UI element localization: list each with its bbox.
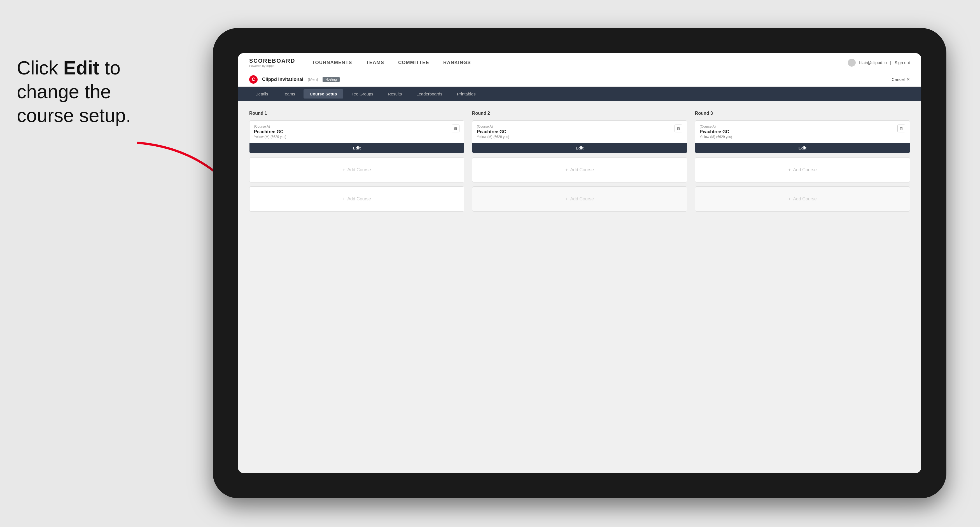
course-name: Peachtree GC	[254, 129, 452, 134]
add-course-icon-1: +	[342, 167, 345, 172]
round-2-label: Round 2	[472, 111, 687, 116]
round-1-label: Round 1	[249, 111, 464, 116]
tablet-screen: SCOREBOARD Powered by clippd TOURNAMENTS…	[238, 53, 921, 473]
round-2-column: Round 2 (Course A) Peachtree GC Yellow (…	[472, 111, 687, 216]
logo-sub: Powered by clippd	[249, 64, 295, 67]
tab-tee-groups[interactable]: Tee Groups	[345, 89, 380, 98]
round-3-add-label-1: Add Course	[793, 167, 817, 172]
scoreboard-logo: SCOREBOARD Powered by clippd	[249, 58, 295, 67]
round-2-course-card: (Course A) Peachtree GC Yellow (M) (6629…	[472, 121, 687, 153]
nav-item-committee[interactable]: COMMITTEE	[398, 60, 429, 65]
round-3-course-info: (Course A) Peachtree GC Yellow (M) (6629…	[700, 125, 897, 139]
round-2-delete-button[interactable]: 🗑	[675, 125, 682, 132]
sub-header: C Clippd Invitational (Men) Hosting Canc…	[238, 72, 921, 87]
top-nav: SCOREBOARD Powered by clippd TOURNAMENTS…	[238, 53, 921, 72]
avatar	[848, 59, 856, 67]
logo-title: SCOREBOARD	[249, 58, 295, 64]
main-content: Round 1 (Course A) Peachtree GC Yellow (…	[238, 101, 921, 473]
round-3-add-icon-2: +	[788, 197, 791, 202]
user-email: blair@clippd.io	[859, 60, 887, 65]
round-3-course-details: Yellow (M) (6629 yds)	[700, 135, 897, 139]
sign-out-link[interactable]: Sign out	[895, 60, 910, 65]
course-details: Yellow (M) (6629 yds)	[254, 135, 452, 139]
cancel-button[interactable]: Cancel ✕	[891, 77, 910, 82]
tab-leaderboards[interactable]: Leaderboards	[410, 89, 449, 98]
round-3-course-card-header: (Course A) Peachtree GC Yellow (M) (6629…	[695, 121, 910, 143]
round-2-add-label-2: Add Course	[570, 197, 594, 202]
tab-details[interactable]: Details	[249, 89, 274, 98]
nav-right: blair@clippd.io | Sign out	[848, 59, 910, 67]
hosting-badge: Hosting	[323, 77, 340, 82]
tournament-title: C Clippd Invitational (Men) Hosting	[249, 75, 340, 84]
nav-item-teams[interactable]: TEAMS	[366, 60, 384, 65]
round-3-column: Round 3 (Course A) Peachtree GC Yellow (…	[695, 111, 910, 216]
round-1-edit-button[interactable]: Edit	[250, 143, 464, 153]
round-3-edit-button[interactable]: Edit	[695, 143, 910, 153]
round-2-course-name: Peachtree GC	[477, 129, 675, 134]
round-2-add-label-1: Add Course	[570, 167, 594, 172]
round-3-label: Round 3	[695, 111, 910, 116]
round-2-add-course-2: + Add Course	[472, 186, 687, 211]
round-1-course-card: (Course A) Peachtree GC Yellow (M) (6629…	[249, 121, 464, 153]
course-label: (Course A)	[254, 125, 452, 129]
round-2-course-details: Yellow (M) (6629 yds)	[477, 135, 675, 139]
c-logo: C	[249, 75, 258, 84]
round-1-delete-button[interactable]: 🗑	[452, 125, 460, 132]
round-2-course-info: (Course A) Peachtree GC Yellow (M) (6629…	[477, 125, 675, 139]
rounds-grid: Round 1 (Course A) Peachtree GC Yellow (…	[249, 111, 910, 216]
tournament-gender: (Men)	[308, 77, 318, 82]
course-info: (Course A) Peachtree GC Yellow (M) (6629…	[254, 125, 452, 139]
round-2-edit-button[interactable]: Edit	[473, 143, 687, 153]
tab-course-setup[interactable]: Course Setup	[304, 89, 343, 98]
add-course-label-2: Add Course	[347, 197, 371, 202]
tab-teams[interactable]: Teams	[277, 89, 301, 98]
nav-item-rankings[interactable]: RANKINGS	[443, 60, 471, 65]
round-2-card-actions: 🗑	[675, 125, 682, 132]
round-2-course-card-header: (Course A) Peachtree GC Yellow (M) (6629…	[473, 121, 687, 143]
course-card-header: (Course A) Peachtree GC Yellow (M) (6629…	[250, 121, 464, 143]
round-2-course-label: (Course A)	[477, 125, 675, 129]
round-3-add-icon-1: +	[788, 167, 791, 172]
cancel-icon: ✕	[906, 77, 910, 82]
round-1-column: Round 1 (Course A) Peachtree GC Yellow (…	[249, 111, 464, 216]
card-actions: 🗑	[452, 125, 460, 132]
round-1-add-course-2[interactable]: + Add Course	[249, 186, 464, 211]
round-3-card-actions: 🗑	[897, 125, 905, 132]
nav-items: TOURNAMENTS TEAMS COMMITTEE RANKINGS	[312, 60, 848, 65]
round-2-add-icon-2: +	[565, 197, 568, 202]
instruction-prefix: Click	[17, 57, 63, 78]
round-3-course-name: Peachtree GC	[700, 129, 897, 134]
round-1-add-course-1[interactable]: + Add Course	[249, 157, 464, 183]
tablet-frame: SCOREBOARD Powered by clippd TOURNAMENTS…	[213, 28, 947, 498]
instruction-text: Click Edit to change the course setup.	[0, 45, 173, 138]
tournament-name: Clippd Invitational	[262, 77, 303, 82]
tab-results[interactable]: Results	[382, 89, 408, 98]
tab-bar: Details Teams Course Setup Tee Groups Re…	[238, 87, 921, 101]
round-3-delete-button[interactable]: 🗑	[897, 125, 905, 132]
add-course-icon-2: +	[342, 197, 345, 202]
round-2-add-course-1[interactable]: + Add Course	[472, 157, 687, 183]
round-3-course-card: (Course A) Peachtree GC Yellow (M) (6629…	[695, 121, 910, 153]
instruction-bold: Edit	[63, 57, 99, 78]
nav-item-tournaments[interactable]: TOURNAMENTS	[312, 60, 352, 65]
add-course-label-1: Add Course	[347, 167, 371, 172]
nav-separator: |	[890, 60, 891, 65]
round-3-add-course-2: + Add Course	[695, 186, 910, 211]
round-3-add-course-1[interactable]: + Add Course	[695, 157, 910, 183]
round-3-add-label-2: Add Course	[793, 197, 817, 202]
round-2-add-icon-1: +	[565, 167, 568, 172]
round-3-course-label: (Course A)	[700, 125, 897, 129]
tab-printables[interactable]: Printables	[451, 89, 482, 98]
